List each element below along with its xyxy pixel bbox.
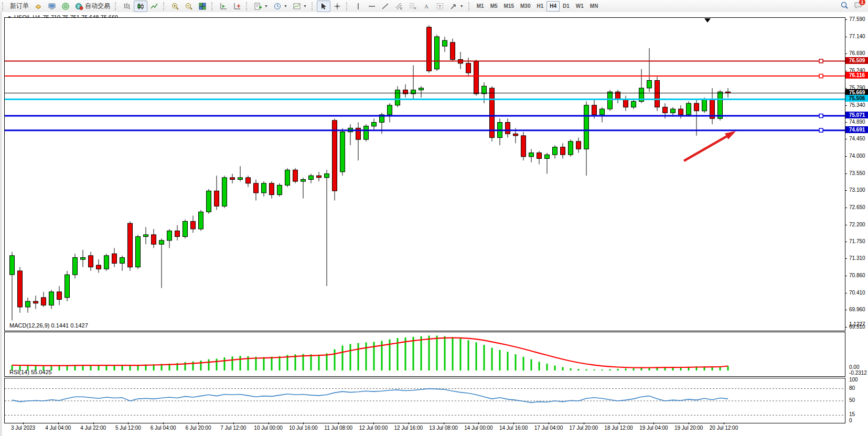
price-tick bbox=[845, 122, 847, 123]
time-tick bbox=[689, 422, 689, 424]
time-axis[interactable]: 3 Jul 20234 Jul 04:004 Jul 22:005 Jul 12… bbox=[4, 422, 868, 436]
time-tick-label: 11 Jul 08:00 bbox=[324, 425, 352, 431]
chevron-down-icon: ▼ bbox=[460, 4, 464, 8]
time-tick-label: 6 Jul 20:00 bbox=[186, 425, 211, 431]
tab-h4[interactable]: H4 bbox=[546, 1, 560, 12]
vertical-line-tool[interactable] bbox=[351, 1, 365, 12]
toolbar-grip[interactable] bbox=[211, 2, 214, 10]
tab-m1[interactable]: M1 bbox=[474, 1, 487, 12]
arrows-tool[interactable]: ▼ bbox=[447, 1, 466, 12]
price-level-badge: 76.116 bbox=[845, 72, 868, 79]
time-tick bbox=[478, 422, 479, 424]
svg-text:T: T bbox=[438, 4, 442, 9]
tab-mn[interactable]: MN bbox=[587, 1, 602, 12]
zoom-in-icon[interactable] bbox=[168, 1, 182, 12]
toolbar-grip[interactable] bbox=[312, 2, 314, 10]
time-tick-label: 4 Jul 04:00 bbox=[45, 425, 71, 431]
toolbar-grip[interactable] bbox=[163, 2, 166, 10]
sound-icon[interactable] bbox=[59, 1, 72, 12]
templates-button[interactable]: ▼ bbox=[290, 1, 309, 12]
time-tick-label: 6 Jul 04:00 bbox=[151, 425, 176, 431]
new-order-label: 新订单 bbox=[10, 2, 29, 10]
horizontal-line-tool[interactable] bbox=[365, 1, 379, 12]
text-tool[interactable]: A bbox=[420, 1, 433, 12]
text-label-tool[interactable]: T bbox=[433, 1, 447, 12]
periods-button[interactable]: ▼ bbox=[271, 1, 290, 12]
macd-label: MACD(12,26,9) 0.1441 0.1427 bbox=[9, 322, 88, 329]
bar-chart-icon[interactable] bbox=[120, 1, 134, 12]
toolbar-grip[interactable] bbox=[2, 2, 5, 10]
price-tick bbox=[845, 19, 847, 20]
price-tick bbox=[845, 139, 847, 139]
price-tick bbox=[845, 208, 847, 208]
zoom-out-icon[interactable] bbox=[182, 1, 196, 12]
auto-scroll-icon[interactable] bbox=[217, 1, 230, 12]
price-level-badge: 76.509 bbox=[845, 57, 868, 64]
svg-text:A: A bbox=[424, 3, 428, 9]
terminal-icon[interactable] bbox=[45, 1, 59, 12]
crosshair-tool[interactable] bbox=[330, 1, 344, 12]
mt4-terminal: 新订单 自动交易 bbox=[0, 0, 868, 436]
price-chart-plot[interactable] bbox=[4, 17, 845, 331]
price-tick-label: 70.860 bbox=[849, 272, 865, 278]
search-icon[interactable] bbox=[840, 1, 849, 11]
toolbar-grip[interactable] bbox=[115, 2, 117, 10]
new-order-button[interactable]: 新订单 bbox=[7, 1, 31, 12]
tab-m5[interactable]: M5 bbox=[487, 1, 501, 12]
rsi-indicator-plot[interactable] bbox=[4, 378, 845, 423]
tab-w1[interactable]: W1 bbox=[573, 1, 587, 12]
fibonacci-tool[interactable]: F bbox=[406, 1, 420, 12]
toolbar-grip[interactable] bbox=[468, 2, 471, 10]
tab-h1[interactable]: H1 bbox=[533, 1, 546, 12]
macd-scale-zero: 0.00 bbox=[849, 364, 859, 370]
candlestick-chart-icon[interactable] bbox=[134, 1, 147, 12]
gold-icon[interactable] bbox=[31, 1, 45, 12]
trendline-tool[interactable] bbox=[379, 1, 392, 12]
toolbar-grip[interactable] bbox=[246, 2, 249, 10]
autotrade-button[interactable]: 自动交易 bbox=[72, 1, 113, 12]
time-tick bbox=[444, 422, 444, 424]
equidistant-channel-tool[interactable]: E bbox=[392, 1, 406, 12]
line-chart-icon[interactable] bbox=[147, 1, 161, 12]
time-tick-label: 5 Jul 12:00 bbox=[115, 425, 141, 431]
macd-indicator-plot[interactable] bbox=[4, 332, 845, 377]
tile-windows-icon[interactable] bbox=[196, 1, 209, 12]
price-tick-label: 71.310 bbox=[849, 255, 865, 261]
tab-d1[interactable]: D1 bbox=[560, 1, 573, 12]
time-tick bbox=[23, 422, 24, 424]
main-toolbar: 新订单 自动交易 bbox=[0, 0, 868, 13]
price-tick-label: 77.590 bbox=[849, 16, 865, 22]
price-tick bbox=[845, 242, 847, 242]
rsi-scale-label: 100 bbox=[849, 377, 858, 383]
time-tick bbox=[409, 422, 409, 424]
notification-count-badge: 1 bbox=[859, 0, 865, 5]
add-indicator-button[interactable]: ▼ bbox=[251, 1, 271, 12]
price-tick bbox=[845, 258, 847, 259]
tab-m15[interactable]: M15 bbox=[501, 1, 517, 12]
time-tick bbox=[269, 422, 269, 424]
price-tick-label: 71.750 bbox=[849, 238, 865, 244]
price-level-badge: 75.071 bbox=[845, 112, 868, 118]
toolbar-grip[interactable] bbox=[346, 2, 349, 10]
time-tick-label: 17 Jul 20:00 bbox=[570, 425, 598, 431]
price-tick bbox=[845, 293, 847, 293]
price-tick bbox=[845, 327, 847, 328]
time-tick bbox=[58, 422, 59, 424]
cursor-tool[interactable] bbox=[317, 1, 330, 12]
price-tick bbox=[845, 225, 847, 225]
chart-shift-icon[interactable] bbox=[230, 1, 244, 12]
time-tick bbox=[233, 422, 234, 424]
tab-m30[interactable]: M30 bbox=[517, 1, 533, 12]
price-tick-label: 74.000 bbox=[849, 153, 865, 159]
time-tick bbox=[549, 422, 549, 424]
time-tick-label: 3 Jul 2023 bbox=[11, 425, 35, 431]
price-tick-label: 74.450 bbox=[849, 136, 865, 141]
time-tick-label: 14 Jul 16:00 bbox=[499, 425, 528, 431]
time-tick bbox=[128, 422, 128, 424]
price-tick-label: 70.410 bbox=[849, 290, 865, 296]
time-tick-label: 17 Jul 04:00 bbox=[534, 425, 563, 431]
chevron-down-icon: ▼ bbox=[264, 4, 268, 8]
time-tick-label: 10 Jul 16:00 bbox=[289, 425, 318, 431]
price-tick-label: 75.340 bbox=[849, 102, 865, 108]
notifications-icon[interactable]: 1 bbox=[854, 1, 863, 11]
